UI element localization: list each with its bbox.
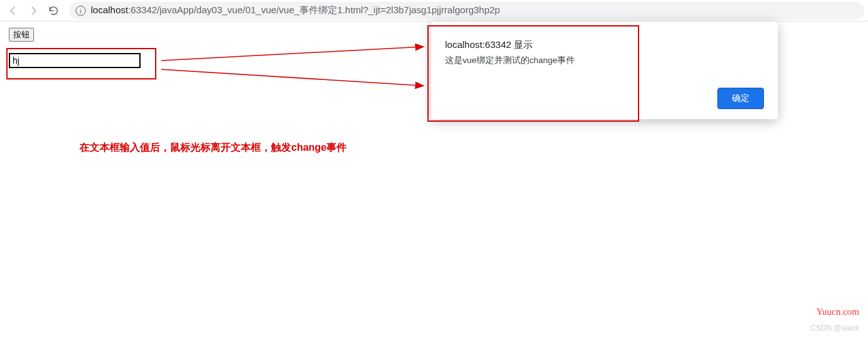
svg-line-0	[161, 47, 424, 61]
dialog-ok-button[interactable]: 确定	[717, 88, 764, 109]
arrow-right-icon	[28, 5, 39, 16]
svg-line-1	[161, 69, 424, 86]
js-alert-dialog: localhost:63342 显示 这是vue绑定并测试的change事件 确…	[431, 21, 778, 119]
url-host: localhost	[91, 4, 128, 15]
annotation-caption: 在文本框输入值后，鼠标光标离开文本框，触发change事件	[79, 141, 347, 155]
trigger-button[interactable]: 按钮	[9, 28, 34, 42]
site-info-icon[interactable]: i	[76, 6, 86, 16]
dialog-actions: 确定	[445, 88, 764, 109]
forward-button[interactable]	[24, 2, 43, 20]
url-path: :63342/javaApp/day03_vue/01_vue/vue_事件绑定…	[128, 4, 500, 15]
address-bar[interactable]: i localhost:63342/javaApp/day03_vue/01_v…	[69, 2, 864, 20]
dialog-message: 这是vue绑定并测试的change事件	[445, 55, 764, 66]
watermark-credit: CSDN @slaok	[810, 324, 859, 332]
watermark-site: Yuucn.com	[816, 307, 859, 317]
url-text: localhost:63342/javaApp/day03_vue/01_vue…	[91, 4, 500, 16]
browser-toolbar: i localhost:63342/javaApp/day03_vue/01_v…	[0, 0, 868, 21]
reload-icon	[48, 5, 59, 16]
dialog-title: localhost:63342 显示	[445, 39, 764, 51]
demo-text-input[interactable]	[9, 53, 141, 68]
arrow-left-icon	[8, 5, 19, 16]
reload-button[interactable]	[44, 2, 63, 20]
back-button[interactable]	[4, 2, 23, 20]
